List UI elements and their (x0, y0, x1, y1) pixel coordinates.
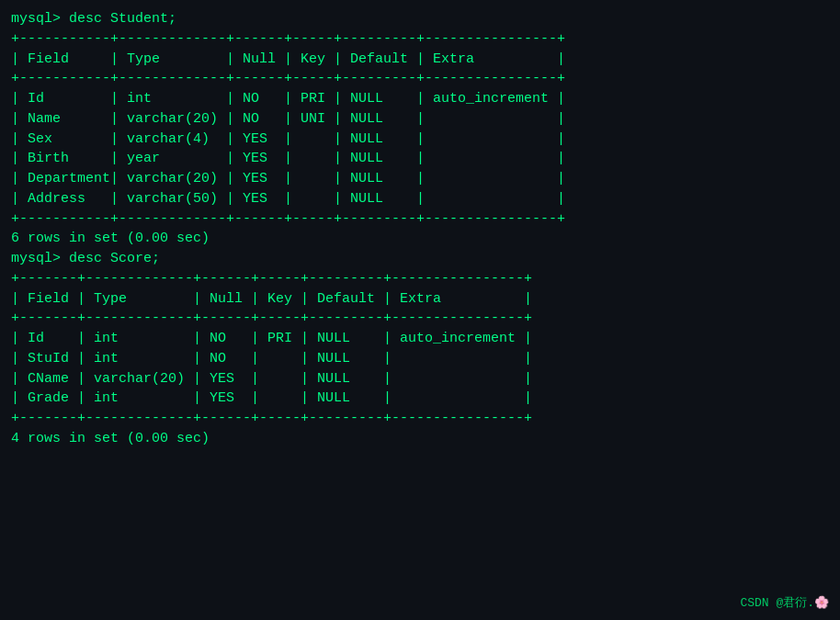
terminal-line: +-------+-------------+------+-----+----… (11, 409, 829, 429)
terminal-line: | Field | Type | Null | Key | Default | … (11, 50, 829, 70)
terminal-line: mysql> desc Score; (11, 249, 829, 269)
terminal-line: +-------+-------------+------+-----+----… (11, 309, 829, 329)
terminal-output: mysql> desc Student;+-----------+-------… (11, 9, 829, 449)
terminal-line: | CName | varchar(20) | YES | | NULL | | (11, 369, 829, 389)
terminal-line: mysql> desc Student; (11, 9, 829, 29)
watermark-label: CSDN @君衍.🌸 (740, 595, 829, 613)
terminal-line: | Id | int | NO | PRI | NULL | auto_incr… (11, 89, 829, 109)
terminal-line: | Sex | varchar(4) | YES | | NULL | | (11, 130, 829, 150)
terminal-line: +-----------+-------------+------+-----+… (11, 69, 829, 89)
terminal-line: 6 rows in set (0.00 sec) (11, 229, 829, 249)
terminal-line: +-----------+-------------+------+-----+… (11, 29, 829, 50)
terminal-line: | Field | Type | Null | Key | Default | … (11, 289, 829, 310)
terminal-line: | Department| varchar(20) | YES | | NULL… (11, 169, 829, 189)
terminal-line: 4 rows in set (0.00 sec) (11, 429, 829, 449)
terminal-line: +-------+-------------+------+-----+----… (11, 269, 829, 289)
terminal-line: | Grade | int | YES | | NULL | | (11, 389, 829, 409)
terminal-line: | Address | varchar(50) | YES | | NULL |… (11, 189, 829, 209)
terminal-line: | Id | int | NO | PRI | NULL | auto_incr… (11, 329, 829, 349)
terminal-line: +-----------+-------------+------+-----+… (11, 209, 829, 230)
terminal-line: | Birth | year | YES | | NULL | | (11, 149, 829, 169)
terminal-line: | Name | varchar(20) | NO | UNI | NULL |… (11, 109, 829, 130)
terminal-line: | StuId | int | NO | | NULL | | (11, 349, 829, 369)
